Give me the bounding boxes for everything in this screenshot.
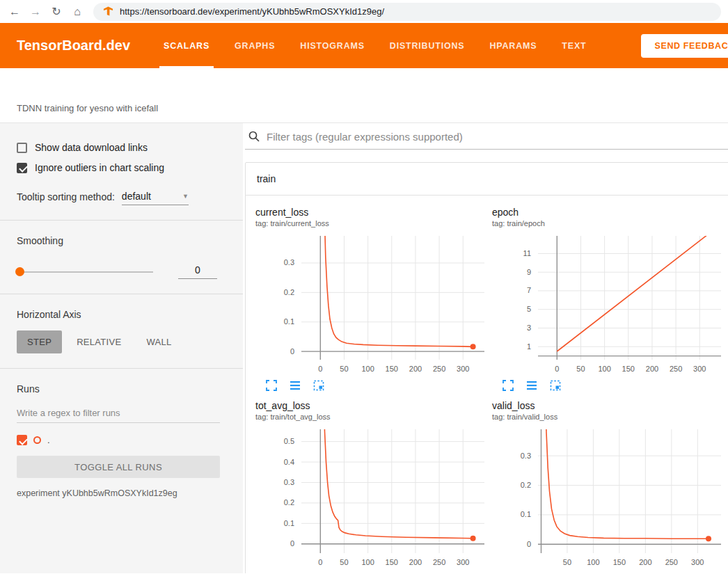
address-bar[interactable]: https://tensorboard.dev/experiment/yKUbh…	[93, 3, 721, 21]
tensorboard-favicon	[103, 6, 113, 17]
line-chart[interactable]: 1357911050100150200250300	[492, 232, 725, 378]
tab-text[interactable]: TEXT	[562, 23, 586, 68]
chart-title: valid_loss	[492, 400, 728, 411]
toggle-all-runs-button[interactable]: TOGGLE ALL RUNS	[17, 456, 220, 478]
svg-text:0.2: 0.2	[521, 481, 531, 489]
line-chart[interactable]: 00.10.20.350100150200250300	[492, 425, 725, 571]
chart-canvas[interactable]: 00.10.20.350100150200250300	[492, 425, 725, 571]
expand-chart-icon[interactable]	[502, 379, 514, 392]
expand-chart-icon[interactable]	[502, 573, 514, 573]
tooltip-sorting-value: default	[122, 191, 151, 202]
chart-canvas[interactable]: 1357911050100150200250300	[492, 232, 725, 378]
svg-text:150: 150	[622, 365, 635, 373]
chart-toolbar	[492, 379, 728, 392]
experiment-title: TDNN training for yesno with icefall	[17, 103, 158, 113]
line-chart[interactable]: 00.10.20.30.40.5050100150200250300	[255, 425, 489, 571]
nav-tabs: SCALARSGRAPHSHISTOGRAMSDISTRIBUTIONSHPAR…	[164, 23, 586, 68]
svg-text:250: 250	[670, 365, 682, 373]
home-icon[interactable]: ⌂	[68, 3, 86, 21]
tab-graphs[interactable]: GRAPHS	[235, 23, 275, 68]
back-icon[interactable]: ←	[6, 3, 24, 21]
axis-button-wall[interactable]: WALL	[136, 330, 182, 353]
svg-text:0.2: 0.2	[284, 288, 294, 296]
tab-distributions[interactable]: DISTRIBUTIONS	[390, 23, 465, 68]
log-scale-icon[interactable]	[525, 379, 538, 392]
experiment-id: experiment yKUbhb5wRmOSXYkId1z9eg	[17, 488, 219, 498]
svg-text:5: 5	[527, 305, 531, 313]
smoothing-slider-thumb[interactable]	[15, 267, 24, 276]
log-scale-icon[interactable]	[289, 573, 301, 573]
ignore-outliers-label: Ignore outliers in chart scaling	[35, 162, 164, 173]
svg-text:50: 50	[576, 365, 585, 373]
run-color-swatch	[33, 436, 41, 444]
chart-title: current_loss	[255, 207, 492, 218]
horizontal-axis-label: Horizontal Axis	[17, 309, 219, 320]
chart-canvas[interactable]: 00.10.20.3050100150200250300	[255, 232, 489, 378]
runs-label: Runs	[17, 383, 219, 394]
show-download-links-checkbox[interactable]	[17, 143, 27, 153]
axis-buttons: STEPRELATIVEWALL	[17, 330, 219, 353]
smoothing-label: Smoothing	[17, 235, 219, 246]
log-scale-icon[interactable]	[289, 379, 301, 392]
svg-text:250: 250	[433, 365, 445, 373]
ignore-outliers-checkbox[interactable]	[17, 163, 27, 173]
svg-text:150: 150	[386, 558, 398, 566]
svg-text:50: 50	[563, 558, 571, 566]
tab-hparams[interactable]: HPARAMS	[489, 23, 537, 68]
run-checkbox[interactable]	[17, 435, 27, 445]
expand-chart-icon[interactable]	[265, 379, 278, 392]
tag-group-header[interactable]: train	[246, 163, 728, 196]
expand-chart-icon[interactable]	[265, 573, 278, 573]
svg-text:0.4: 0.4	[284, 458, 294, 466]
divider	[0, 294, 243, 294]
tooltip-sorting-select[interactable]: default ▼	[122, 191, 189, 205]
reload-icon[interactable]: ↻	[47, 3, 65, 21]
svg-text:200: 200	[409, 365, 422, 373]
tag-group-card: train current_loss tag: train/current_lo…	[245, 162, 728, 573]
chart-tag: tag: train/epoch	[492, 219, 728, 228]
svg-text:11: 11	[523, 249, 531, 257]
run-name: .	[47, 435, 50, 445]
subheader: TDNN training for yesno with icefall	[0, 68, 728, 123]
charts-grid: current_loss tag: train/current_loss 00.…	[246, 196, 728, 573]
svg-text:0.3: 0.3	[521, 452, 531, 460]
smoothing-slider[interactable]	[17, 271, 153, 273]
fit-domain-icon[interactable]	[549, 573, 562, 573]
log-scale-icon[interactable]	[525, 573, 538, 573]
chart-tag: tag: train/tot_avg_loss	[255, 413, 492, 421]
axis-button-step[interactable]: STEP	[17, 330, 62, 353]
fit-domain-icon[interactable]	[549, 379, 562, 392]
svg-text:50: 50	[340, 365, 348, 373]
svg-text:7: 7	[527, 286, 531, 294]
url-text: https://tensorboard.dev/experiment/yKUbh…	[120, 6, 384, 17]
svg-text:3: 3	[527, 324, 531, 332]
run-row[interactable]: .	[17, 435, 219, 445]
tag-filter-input[interactable]	[267, 131, 728, 143]
forward-icon[interactable]: →	[26, 3, 45, 21]
svg-text:150: 150	[613, 558, 626, 566]
svg-text:0: 0	[318, 365, 322, 373]
show-download-links-label: Show data download links	[35, 142, 148, 153]
chart-canvas[interactable]: 00.10.20.30.40.5050100150200250300	[255, 425, 489, 571]
svg-text:300: 300	[691, 558, 704, 566]
fit-domain-icon[interactable]	[312, 379, 325, 392]
svg-text:250: 250	[433, 558, 445, 566]
smoothing-value-field[interactable]: 0	[178, 264, 217, 279]
svg-text:0: 0	[290, 347, 294, 356]
svg-text:0.2: 0.2	[284, 498, 294, 507]
svg-text:9: 9	[527, 268, 531, 276]
runs-filter-input[interactable]	[17, 405, 220, 423]
axis-button-relative[interactable]: RELATIVE	[66, 330, 132, 353]
app-logo: TensorBoard.dev	[17, 38, 130, 54]
svg-text:100: 100	[361, 558, 374, 566]
tab-scalars[interactable]: SCALARS	[164, 23, 209, 68]
divider	[0, 220, 243, 221]
tooltip-sorting-row: Tooltip sorting method: default ▼	[17, 191, 219, 205]
fit-domain-icon[interactable]	[312, 573, 325, 573]
chart-card: epoch tag: train/epoch 13579110501001502…	[492, 198, 728, 392]
svg-text:1: 1	[527, 342, 531, 351]
line-chart[interactable]: 00.10.20.3050100150200250300	[255, 232, 489, 378]
tab-histograms[interactable]: HISTOGRAMS	[300, 23, 365, 68]
send-feedback-button[interactable]: SEND FEEDBACK	[641, 34, 728, 58]
svg-text:250: 250	[665, 558, 678, 566]
